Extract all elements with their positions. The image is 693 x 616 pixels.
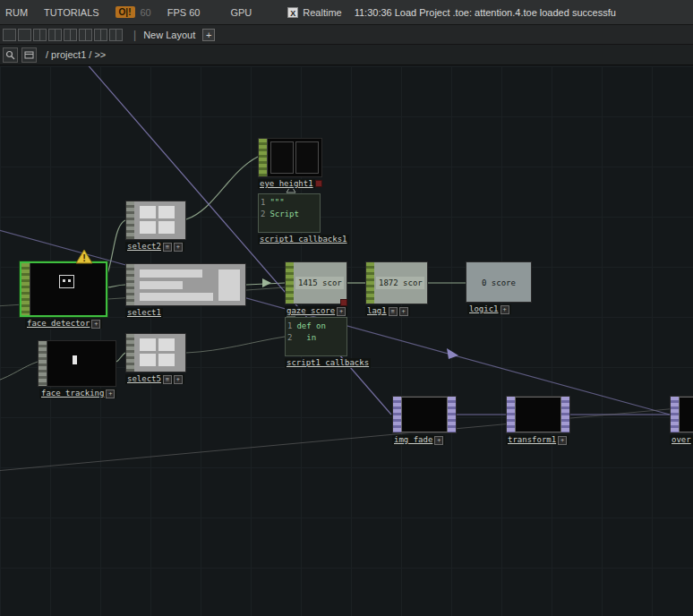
add-parameter-icon[interactable]: +: [174, 243, 183, 252]
network-editor[interactable]: eye_height1 1""" 2Script script1_callbac…: [0, 66, 693, 616]
node-label-logic1[interactable]: logic1 +: [467, 304, 511, 314]
add-parameter-icon[interactable]: +: [337, 307, 346, 316]
node-flag-badge[interactable]: [340, 299, 347, 306]
input-connector-strip[interactable]: [507, 397, 515, 432]
node-name[interactable]: lag1: [367, 306, 387, 316]
layout-preset-tab[interactable]: [94, 29, 107, 41]
node-label-transform1[interactable]: transform1 +: [506, 435, 569, 445]
node-label-face-tracking[interactable]: face_tracking +: [39, 389, 116, 398]
node-lag1[interactable]: 1872 scor: [365, 261, 428, 304]
wire[interactable]: [0, 406, 693, 471]
node-label-select5[interactable]: select5 ≡ +: [125, 374, 184, 384]
input-connector-strip[interactable]: [126, 334, 134, 372]
node-script1-callbacks[interactable]: 1def on 2 in: [285, 317, 347, 356]
node-label-img-fade[interactable]: img_fade +: [392, 435, 445, 445]
node-label-script1-callbacks[interactable]: script1_callbacks: [285, 358, 371, 368]
wire[interactable]: [186, 157, 258, 219]
node-name[interactable]: select5: [127, 374, 161, 384]
node-name[interactable]: script1_callbacks1: [260, 235, 347, 244]
node-flag-badge[interactable]: [315, 180, 322, 187]
add-layout-button[interactable]: +: [202, 29, 215, 41]
node-name[interactable]: face_tracking: [41, 389, 104, 398]
new-layout-label[interactable]: New Layout: [143, 30, 195, 40]
performance-badge[interactable]: O|!: [116, 6, 135, 18]
input-connector-strip[interactable]: [671, 397, 679, 432]
node-name[interactable]: over: [672, 435, 691, 445]
input-connector-strip[interactable]: [366, 262, 374, 304]
node-label-lag1[interactable]: lag1 ≡ +: [365, 306, 410, 316]
node-name[interactable]: script1_callbacks: [287, 358, 369, 368]
tracked-figure-icon: [73, 355, 77, 364]
layout-preset-tab[interactable]: [64, 29, 77, 41]
menu-item-rum[interactable]: RUM: [5, 7, 28, 18]
layout-preset-tab[interactable]: [33, 29, 47, 41]
node-name[interactable]: logic1: [469, 304, 499, 314]
node-label-face-detector[interactable]: face_detector +: [25, 319, 102, 329]
input-connector-strip[interactable]: [126, 201, 134, 239]
node-name[interactable]: gaze_score: [287, 306, 335, 316]
node-gaze-score[interactable]: 1415 scor: [285, 261, 347, 304]
bookmark-tool-button[interactable]: [21, 47, 37, 63]
node-script1-callbacks1[interactable]: 1""" 2Script: [258, 193, 321, 233]
node-select5[interactable]: [125, 333, 186, 372]
node-transform1[interactable]: [506, 396, 570, 433]
node-over1[interactable]: [670, 396, 693, 433]
input-connector-strip[interactable]: [393, 397, 401, 432]
node-viewer: [515, 397, 561, 432]
add-parameter-icon[interactable]: +: [174, 375, 183, 384]
add-parameter-icon[interactable]: +: [91, 320, 100, 329]
realtime-checkbox-icon[interactable]: X: [287, 7, 298, 18]
node-label-gaze-score[interactable]: gaze_score +: [285, 306, 347, 316]
input-connector-strip[interactable]: [126, 264, 134, 305]
add-parameter-icon[interactable]: +: [434, 436, 443, 445]
node-name[interactable]: img_fade: [394, 435, 432, 445]
node-face-tracking[interactable]: [38, 340, 116, 387]
add-parameter-icon[interactable]: +: [106, 389, 115, 398]
node-label-script1-callbacks1[interactable]: script1_callbacks1: [258, 235, 349, 244]
output-connector-strip[interactable]: [561, 397, 569, 432]
node-label-over1[interactable]: over: [670, 435, 693, 445]
node-select2[interactable]: [125, 201, 186, 240]
node-face-detector[interactable]: [20, 261, 107, 317]
layout-preset-tab[interactable]: [48, 29, 62, 41]
node-img-fade[interactable]: [392, 396, 457, 433]
menu-item-tutorials[interactable]: TUTORIALS: [44, 7, 99, 18]
table-cell: [158, 206, 175, 218]
breadcrumb[interactable]: / project1 / >>: [46, 49, 106, 60]
zoom-tool-button[interactable]: [3, 47, 18, 63]
output-connector-strip[interactable]: [448, 397, 456, 432]
node-logic1[interactable]: 0 score: [466, 261, 532, 303]
svg-text:!: !: [82, 252, 86, 263]
node-name[interactable]: transform1: [508, 435, 556, 445]
wire[interactable]: [0, 362, 38, 381]
realtime-toggle[interactable]: X Realtime: [287, 7, 341, 18]
node-label-select2[interactable]: select2 ≡ +: [125, 242, 184, 252]
viewer-toggle-icon[interactable]: ≡: [163, 375, 172, 384]
add-parameter-icon[interactable]: +: [558, 436, 567, 445]
input-connector-strip[interactable]: [286, 262, 294, 304]
node-name[interactable]: eye_height1: [260, 179, 313, 189]
node-label-select1[interactable]: select1: [125, 308, 163, 318]
node-name[interactable]: select1: [127, 308, 161, 318]
wire[interactable]: [106, 220, 125, 279]
layout-preset-tab[interactable]: [18, 29, 31, 41]
layout-preset-tab[interactable]: [3, 29, 16, 41]
wire[interactable]: [116, 353, 125, 362]
node-name[interactable]: select2: [127, 242, 161, 252]
warning-icon[interactable]: !: [75, 249, 93, 264]
viewer-toggle-icon[interactable]: ≡: [389, 307, 398, 316]
layout-preset-tab[interactable]: [109, 29, 123, 41]
input-connector-strip[interactable]: [21, 263, 30, 315]
layout-preset-tab[interactable]: [79, 29, 92, 41]
node-name[interactable]: face_detector: [27, 319, 90, 329]
viewer-toggle-icon[interactable]: ≡: [163, 243, 172, 252]
node-label-eye-height1[interactable]: eye_height1: [258, 179, 315, 189]
node-eye-height1[interactable]: [258, 138, 322, 177]
wire[interactable]: [106, 285, 125, 287]
add-parameter-icon[interactable]: +: [399, 307, 408, 316]
wire[interactable]: [186, 337, 285, 353]
input-connector-strip[interactable]: [38, 341, 47, 386]
add-parameter-icon[interactable]: +: [500, 305, 509, 314]
node-select1[interactable]: [125, 263, 246, 306]
input-connector-strip[interactable]: [259, 139, 267, 176]
